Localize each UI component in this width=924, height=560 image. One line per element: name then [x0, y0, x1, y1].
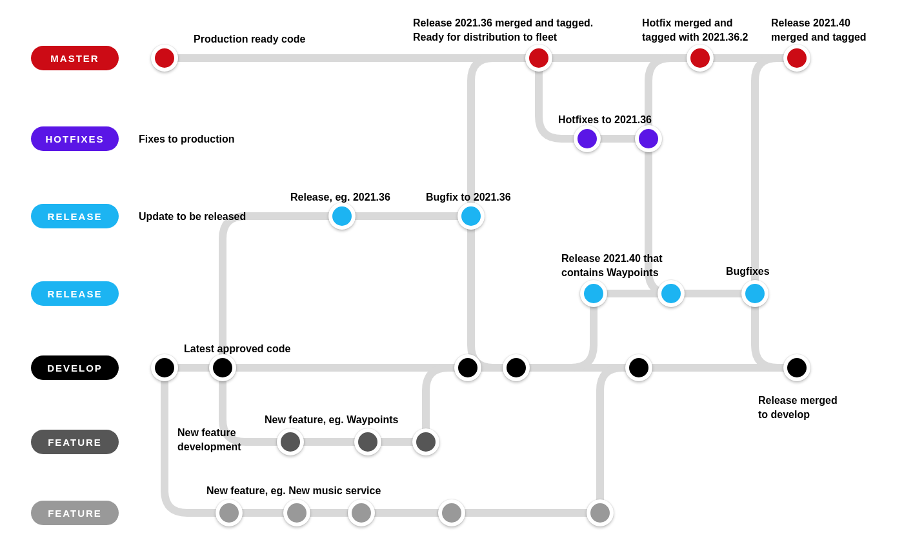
- commit-m3: [783, 45, 810, 72]
- commit-f12: [412, 428, 439, 455]
- commit-d3: [503, 354, 530, 381]
- commit-d2: [454, 354, 481, 381]
- branch-pill-master: MASTER: [31, 46, 119, 70]
- commit-d5: [783, 354, 810, 381]
- commit-label-f20: New feature, eg. New music service: [206, 484, 381, 498]
- commit-label-h0: Hotfixes to 2021.36: [558, 113, 652, 127]
- commit-label-d1: Latest approved code: [184, 342, 290, 356]
- branch-description-feature1: New featuredevelopment: [177, 426, 241, 454]
- commit-h1: [635, 125, 662, 152]
- branch-description-hotfix: Fixes to production: [139, 132, 234, 146]
- commit-h0: [574, 125, 601, 152]
- commit-r20: [580, 280, 607, 307]
- branch-edge: [755, 58, 797, 294]
- commit-r22: [741, 280, 768, 307]
- commit-f11: [354, 428, 381, 455]
- commit-f24: [587, 499, 614, 526]
- commit-f10: [277, 428, 304, 455]
- branch-edge: [471, 216, 516, 368]
- branch-pill-hotfix: HOTFIXES: [31, 126, 119, 151]
- branch-pill-develop: DEVELOP: [31, 355, 119, 380]
- commit-r10: [328, 203, 356, 230]
- branch-pill-release2: RELEASE: [31, 281, 119, 306]
- commit-r21: [658, 280, 685, 307]
- commit-label-r20: Release 2021.40 thatcontains Waypoints: [561, 252, 663, 279]
- commit-label-m1: Release 2021.36 merged and tagged.Ready …: [413, 16, 593, 44]
- commit-m0: [151, 45, 178, 72]
- commit-label-r11: Bugfix to 2021.36: [426, 190, 511, 205]
- branch-edge: [648, 58, 700, 139]
- commit-d1: [209, 354, 236, 381]
- commit-label-r22: Bugfixes: [726, 265, 770, 279]
- commit-f23: [438, 499, 465, 526]
- commit-f21: [283, 499, 310, 526]
- commit-m1: [525, 45, 552, 72]
- commit-d0: [151, 354, 178, 381]
- branch-edge: [600, 368, 639, 513]
- branch-pill-release1: RELEASE: [31, 204, 119, 228]
- commit-label-r10: Release, eg. 2021.36: [290, 190, 390, 205]
- commit-m2: [687, 45, 714, 72]
- branch-pill-feature2: FEATURE: [31, 501, 119, 525]
- branch-pill-feature1: FEATURE: [31, 430, 119, 454]
- commit-label-m2: Hotfix merged andtagged with 2021.36.2: [642, 16, 748, 44]
- branch-description-release1: Update to be released: [139, 210, 246, 224]
- commit-d4: [625, 354, 652, 381]
- commit-f22: [348, 499, 375, 526]
- commit-label-m0: Production ready code: [194, 32, 305, 46]
- commit-label-m3: Release 2021.40merged and tagged: [771, 16, 867, 44]
- commit-label-d5: Release mergedto develop: [758, 394, 838, 421]
- commit-f20: [216, 499, 243, 526]
- commit-r11: [457, 203, 485, 230]
- branch-edge: [516, 294, 594, 368]
- commit-label-f10: New feature, eg. Waypoints: [265, 413, 398, 427]
